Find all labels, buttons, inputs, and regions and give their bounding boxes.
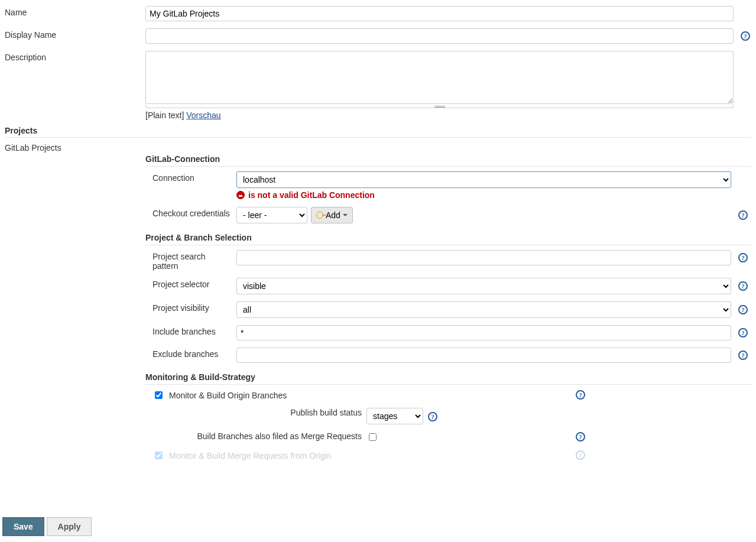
credentials-select[interactable]: - leer - [236, 207, 307, 223]
project-visibility-label: Project visibility [145, 298, 234, 322]
monitor-origin-checkbox[interactable] [155, 391, 163, 399]
branch-selection-heading: Project & Branch Selection [145, 227, 751, 245]
gitlab-connection-heading: GitLab-Connection [145, 141, 751, 167]
plain-text-indicator: [Plain text] [145, 111, 184, 120]
description-label: Description [2, 47, 143, 124]
credentials-label: Checkout credentials [145, 203, 234, 227]
monitoring-heading: Monitoring & Build-Strategy [145, 366, 751, 385]
monitor-mr-origin-label: Monitor & Build Merge Requests from Orig… [169, 451, 332, 460]
key-icon [316, 212, 323, 219]
add-button-label: Add [326, 210, 340, 220]
project-selector-label: Project selector [145, 274, 234, 298]
help-icon[interactable]: ? [576, 432, 585, 442]
name-input[interactable] [145, 6, 734, 21]
help-icon[interactable]: ? [738, 350, 748, 360]
help-icon[interactable]: ? [741, 31, 750, 41]
connection-error-text: is not a valid GitLab Connection [248, 190, 375, 200]
help-icon[interactable]: ? [428, 412, 437, 421]
project-selector-select[interactable]: visible [236, 278, 731, 294]
resize-grip[interactable] [145, 105, 734, 108]
help-icon[interactable]: ? [738, 328, 748, 337]
help-icon[interactable]: ? [738, 210, 748, 220]
projects-type-label: GitLab Projects [2, 138, 143, 467]
projects-section-header: Projects [5, 124, 751, 138]
publish-status-label: Publish build status [145, 404, 364, 428]
help-icon[interactable]: ? [576, 390, 585, 400]
exclude-branches-label: Exclude branches [145, 344, 234, 366]
bottom-button-bar: Save Apply [0, 512, 756, 514]
search-pattern-label: Project search pattern [145, 246, 234, 274]
help-icon[interactable]: ? [738, 253, 748, 262]
connection-label: Connection [145, 168, 234, 203]
error-icon [236, 191, 245, 199]
display-name-input[interactable] [145, 28, 734, 44]
publish-status-select[interactable]: stages [366, 408, 423, 424]
connection-select[interactable]: localhost [236, 171, 731, 188]
chevron-down-icon [343, 214, 348, 216]
also-mr-checkbox[interactable] [369, 433, 377, 441]
monitor-origin-label: Monitor & Build Origin Branches [169, 391, 287, 400]
monitor-mr-origin-checkbox[interactable] [155, 452, 163, 459]
include-branches-label: Include branches [145, 322, 234, 344]
display-name-label: Display Name [2, 25, 143, 47]
include-branches-input[interactable] [236, 325, 731, 340]
help-icon[interactable]: ? [738, 305, 748, 314]
help-icon[interactable]: ? [576, 450, 585, 460]
help-icon[interactable]: ? [738, 281, 748, 291]
name-label: Name [2, 2, 143, 25]
project-visibility-select[interactable]: all [236, 301, 731, 318]
preview-link[interactable]: Vorschau [186, 111, 220, 120]
search-pattern-input[interactable] [236, 250, 731, 265]
description-textarea[interactable] [145, 51, 734, 104]
exclude-branches-input[interactable] [236, 348, 731, 363]
add-credentials-button[interactable]: Add [311, 207, 353, 223]
also-mr-label: Build Branches also filed as Merge Reque… [145, 428, 364, 446]
